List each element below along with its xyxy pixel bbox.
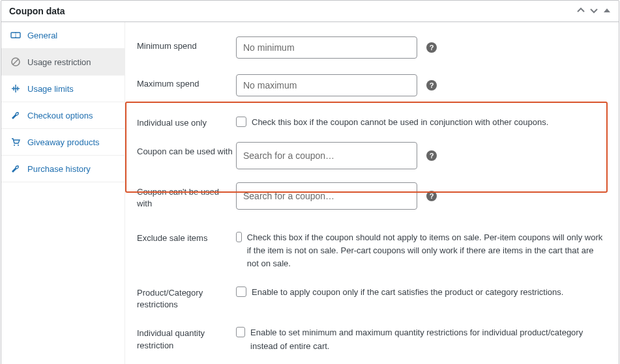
checkbox-description: Enable to set minimum and maximum quanti…	[250, 326, 607, 352]
field-label: Exclude sale items	[137, 229, 236, 244]
sidebar-item-label: Checkout options	[27, 111, 93, 120]
field-label: Individual use only	[137, 113, 236, 129]
toggle-icon[interactable]	[603, 6, 611, 16]
field-coupon-cant-be-used-with: Coupon can't be used with Search for a c…	[137, 176, 607, 216]
field-label: Coupon can be used with	[137, 142, 236, 158]
panel-title: Coupon data	[9, 6, 65, 16]
sidebar-item-usage-restriction[interactable]: Usage restriction	[1, 49, 125, 76]
coupon-data-panel: Coupon data General	[1, 0, 619, 364]
field-individual-quantity-restriction: Individual quantity restriction Enable t…	[137, 317, 607, 359]
checkbox-description: Enable to apply coupon only if the cart …	[252, 286, 563, 299]
sidebar-item-label: Giveaway products	[27, 137, 100, 147]
help-icon[interactable]: ?	[426, 80, 437, 91]
product-category-restrictions-checkbox[interactable]	[236, 287, 246, 297]
move-down-icon[interactable]	[590, 6, 598, 16]
move-up-icon[interactable]	[577, 6, 585, 16]
sidebar: General Usage restriction Usage limits C…	[1, 22, 125, 364]
sidebar-item-label: Purchase history	[27, 164, 91, 174]
wrench-icon	[10, 163, 21, 174]
field-product-category-restrictions: Product/Category restrictions Enable to …	[137, 277, 607, 317]
limits-icon	[10, 83, 21, 94]
field-label: Individual quantity restriction	[137, 324, 236, 351]
field-coupon-can-be-used-with: Coupon can be used with Search for a cou…	[137, 135, 607, 176]
field-exclude-sale-items: Exclude sale items Check this box if the…	[137, 222, 607, 277]
field-minimum-spend: Minimum spend ?	[137, 31, 607, 69]
sidebar-item-checkout-options[interactable]: Checkout options	[1, 102, 125, 129]
svg-line-3	[13, 59, 18, 64]
cart-icon	[10, 137, 21, 147]
svg-point-9	[18, 145, 19, 146]
content-area: Minimum spend ? Maximum spend ? Individu…	[125, 22, 619, 364]
sidebar-item-usage-limits[interactable]: Usage limits	[1, 76, 125, 102]
sidebar-item-label: Usage restriction	[27, 57, 91, 67]
minimum-spend-input[interactable]	[236, 36, 417, 59]
field-label: Maximum spend	[137, 74, 236, 90]
sidebar-item-general[interactable]: General	[1, 22, 125, 49]
checkbox-description: Check this box if the coupon should not …	[247, 231, 607, 270]
sidebar-item-label: Usage limits	[27, 84, 74, 94]
help-icon[interactable]: ?	[426, 191, 437, 201]
exclude-sale-checkbox[interactable]	[236, 232, 242, 242]
checkbox-description: Check this box if the coupon cannot be u…	[252, 116, 548, 129]
field-label: Minimum spend	[137, 36, 236, 52]
sidebar-item-giveaway-products[interactable]: Giveaway products	[1, 129, 125, 156]
panel-body: General Usage restriction Usage limits C…	[1, 22, 619, 364]
individual-quantity-restriction-checkbox[interactable]	[236, 327, 245, 337]
sidebar-item-purchase-history[interactable]: Purchase history	[1, 156, 125, 182]
help-icon[interactable]: ?	[426, 150, 437, 161]
panel-header: Coupon data	[1, 1, 619, 22]
coupon-can-search-input[interactable]: Search for a coupon…	[236, 142, 417, 169]
individual-use-checkbox[interactable]	[236, 117, 246, 127]
field-maximum-spend: Maximum spend ?	[137, 69, 607, 107]
wrench-icon	[10, 110, 21, 120]
field-label: Product/Category restrictions	[137, 283, 236, 311]
maximum-spend-input[interactable]	[236, 74, 417, 96]
field-individual-use: Individual use only Check this box if th…	[137, 107, 607, 135]
field-label: Coupon can't be used with	[137, 182, 236, 210]
coupon-cant-search-input[interactable]: Search for a coupon…	[236, 182, 417, 210]
panel-controls	[577, 6, 611, 16]
svg-point-8	[14, 145, 15, 146]
block-icon	[10, 57, 21, 67]
ticket-icon	[10, 30, 21, 40]
sidebar-item-label: General	[27, 31, 57, 40]
help-icon[interactable]: ?	[426, 42, 437, 53]
